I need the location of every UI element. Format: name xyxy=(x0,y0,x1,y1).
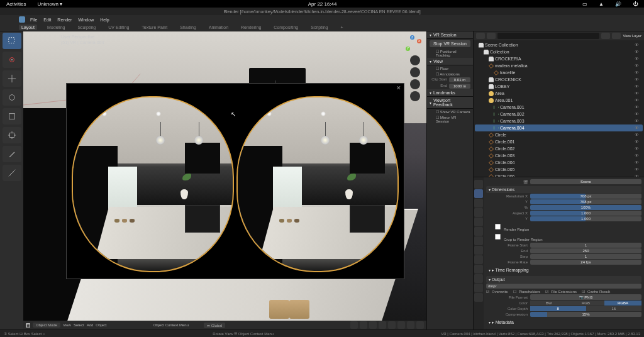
outliner-search[interactable] xyxy=(497,33,599,39)
tree-node-crockeria[interactable]: CROCKERIA👁 xyxy=(475,55,643,62)
placeholders-check[interactable]: ☐ xyxy=(513,289,516,294)
menu-file[interactable]: File xyxy=(30,18,37,22)
fstep-input[interactable]: 1 xyxy=(530,254,641,259)
resy-input[interactable]: 768 px xyxy=(530,199,641,204)
editor-type-icon[interactable] xyxy=(476,33,485,39)
ptab-texture[interactable] xyxy=(474,293,483,302)
vr-view-header[interactable]: View xyxy=(427,58,473,65)
output-header[interactable]: Output xyxy=(486,276,641,283)
tool-cursor[interactable] xyxy=(3,52,21,68)
tree-node-circle[interactable]: Circle👁 xyxy=(475,131,643,138)
positional-tracking-check[interactable]: Positional Tracking xyxy=(427,48,473,58)
tab-add[interactable]: + xyxy=(338,25,346,30)
cache-check[interactable]: ☑ xyxy=(582,289,585,294)
xray-icon[interactable] xyxy=(379,321,386,329)
ptab-constraint[interactable] xyxy=(474,265,483,273)
vr-mirror-window[interactable]: ✕ xyxy=(66,83,404,279)
time-remap-header[interactable]: ▸ Time Remapping xyxy=(486,267,641,274)
tree-node-madera-metalica[interactable]: madera metalica👁 xyxy=(475,62,643,69)
view-layer-label[interactable]: View Layer xyxy=(623,34,641,38)
dims-header[interactable]: Dimensions xyxy=(486,186,641,193)
tab-modeling[interactable]: Modeling xyxy=(45,25,67,30)
ptab-world[interactable] xyxy=(474,218,483,226)
tree-node-circle-001[interactable]: Circle.001👁 xyxy=(475,138,643,145)
power-icon[interactable]: ⏻ xyxy=(633,1,638,7)
depth-toggle[interactable]: 816 xyxy=(530,306,641,311)
clock[interactable]: Apr 22 16:44 xyxy=(308,1,337,7)
menu-help[interactable]: Help xyxy=(100,18,109,22)
tree-node-camera-004[interactable]: Camera.004👁 xyxy=(475,124,643,131)
ptab-viewlayer[interactable] xyxy=(474,199,483,207)
editor-icon[interactable]: 🔳 xyxy=(26,323,30,328)
orientation-select[interactable]: ⬌ Global xyxy=(204,323,225,328)
menu-add[interactable]: Add xyxy=(87,323,94,327)
snap-icon[interactable] xyxy=(350,321,358,329)
tool-rotate[interactable] xyxy=(3,89,21,106)
tree-node-circle-003[interactable]: Circle.003👁 xyxy=(475,152,643,159)
tool-measure[interactable] xyxy=(3,165,21,181)
tree-node-tracelite[interactable]: tracelite👁 xyxy=(475,69,643,76)
tree-node-scene-collection[interactable]: Scene Collection👁 xyxy=(475,41,643,48)
nav-gizmo[interactable]: ZXY xyxy=(404,35,421,53)
tab-comp[interactable]: Compositing xyxy=(271,25,301,30)
tab-sculpting[interactable]: Sculpting xyxy=(75,25,98,30)
clip-start-input[interactable] xyxy=(449,77,470,82)
stop-vr-button[interactable]: Stop VR Session xyxy=(430,40,470,47)
tool-transform[interactable] xyxy=(3,127,21,143)
close-icon[interactable]: ✕ xyxy=(396,85,401,91)
tree-node-area[interactable]: Area👁 xyxy=(475,90,643,97)
menu-view[interactable]: View xyxy=(63,323,71,327)
floor-check[interactable]: Floor xyxy=(427,65,473,71)
tree-node-camera-001[interactable]: Camera.001👁 xyxy=(475,104,643,111)
show-vr-camera-check[interactable]: Show VR Camera xyxy=(427,109,473,114)
output-path[interactable]: /tmp/ xyxy=(486,284,641,289)
tool-annotate[interactable] xyxy=(3,146,21,162)
shading-wire-icon[interactable] xyxy=(388,321,396,329)
tree-node-camera-003[interactable]: Camera.003👁 xyxy=(475,118,643,124)
comp-slider[interactable]: 15% xyxy=(530,312,641,317)
outliner-tree[interactable]: Scene Collection👁Collection👁CROCKERIA👁ma… xyxy=(474,40,644,177)
fmt-select[interactable]: 📷 PNG xyxy=(530,294,641,300)
tab-script[interactable]: Scripting xyxy=(308,25,330,30)
ptab-modifier[interactable] xyxy=(474,236,483,245)
filter-icon[interactable] xyxy=(601,33,610,39)
vr-session-header[interactable]: VR Session xyxy=(427,31,473,39)
ptab-particles[interactable] xyxy=(474,246,483,255)
pct-input[interactable]: 100% xyxy=(530,205,641,210)
tree-node-crocknick[interactable]: CROCKNICK👁 xyxy=(475,76,643,83)
fileext-check[interactable]: ☑ xyxy=(545,289,548,294)
tool-select-box[interactable] xyxy=(3,33,21,49)
activities[interactable]: Activities xyxy=(6,1,26,7)
menu-edit[interactable]: Edit xyxy=(43,18,51,22)
menu-window[interactable]: Window xyxy=(78,18,94,22)
tab-anim[interactable]: Animation xyxy=(206,25,231,30)
persp-icon[interactable] xyxy=(410,91,420,101)
tool-move[interactable] xyxy=(3,70,21,87)
ptab-physics[interactable] xyxy=(474,255,483,264)
ptab-data[interactable] xyxy=(474,274,483,283)
fstart-input[interactable]: 1 xyxy=(530,243,641,248)
render-region-check[interactable]: Render Region xyxy=(486,222,641,232)
tree-node-circle-002[interactable]: Circle.002👁 xyxy=(475,145,643,152)
tab-uv[interactable]: UV Editing xyxy=(106,25,131,30)
shading-rendered-icon[interactable] xyxy=(416,321,424,329)
menu-select[interactable]: Select xyxy=(74,323,84,327)
camera-icon[interactable] xyxy=(410,79,420,89)
clip-end-input[interactable] xyxy=(449,84,470,89)
feedback-header[interactable]: Viewport Feedback xyxy=(427,97,473,109)
new-collection-icon[interactable] xyxy=(612,33,621,39)
aspy-input[interactable]: 1.000 xyxy=(530,216,641,221)
tree-node-lobby[interactable]: LOBBY👁 xyxy=(475,83,643,90)
ptab-scene[interactable] xyxy=(474,208,483,217)
overlay-icon[interactable] xyxy=(369,321,377,329)
mirror-vr-check[interactable]: Mirror VR Session xyxy=(427,114,473,124)
tool-scale[interactable] xyxy=(3,108,21,124)
fend-input[interactable]: 250 xyxy=(530,248,641,253)
crop-check[interactable]: Crop to Render Region xyxy=(486,232,641,242)
menu-object[interactable]: Object xyxy=(96,323,106,327)
tree-node-area-001[interactable]: Area.001👁 xyxy=(475,97,643,104)
tab-texpaint[interactable]: Texture Paint xyxy=(139,25,170,30)
frate-input[interactable]: 24 fps xyxy=(530,260,641,265)
viewport-3d[interactable]: User Perspective (51) VR | Camera.004 ZX… xyxy=(23,31,426,337)
tree-node-circle-005[interactable]: Circle.005👁 xyxy=(475,166,643,173)
